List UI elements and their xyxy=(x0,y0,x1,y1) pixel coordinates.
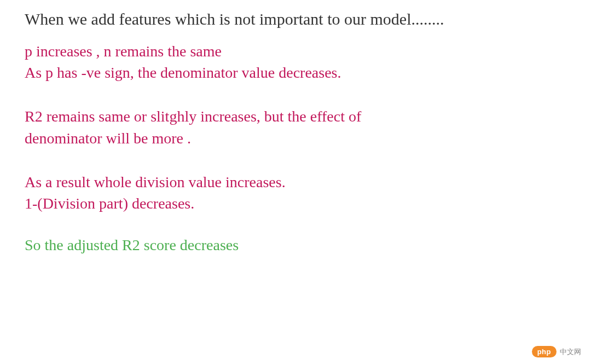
paragraph-3: As a result whole division value increas… xyxy=(25,171,566,215)
paragraph-2-line-1: R2 remains same or slitghly increases, b… xyxy=(25,106,566,128)
paragraph-1: p increases , n remains the same As p ha… xyxy=(25,41,566,84)
paragraph-2: R2 remains same or slitghly increases, b… xyxy=(25,106,566,149)
watermark: php 中文网 xyxy=(532,346,581,357)
conclusion-text: So the adjusted R2 score decreases xyxy=(25,234,566,256)
paragraph-3-line-2: 1-(Division part) decreases. xyxy=(25,193,566,215)
paragraph-2-line-2: denominator will be more . xyxy=(25,128,566,149)
paragraph-3-line-1: As a result whole division value increas… xyxy=(25,171,566,193)
heading-text: When we add features which is not import… xyxy=(25,8,566,31)
paragraph-1-line-1: p increases , n remains the same xyxy=(25,41,566,62)
paragraph-1-line-2: As p has -ve sign, the denominator value… xyxy=(25,62,566,84)
watermark-text: 中文网 xyxy=(560,347,581,357)
watermark-pill: php xyxy=(532,346,557,357)
